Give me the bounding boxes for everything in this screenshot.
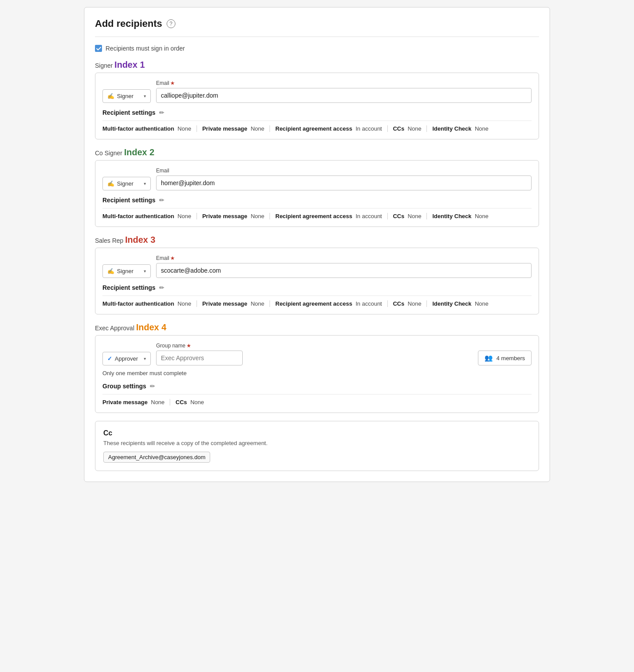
meta-val: None [249, 125, 265, 132]
section-label-index1: Signer Index 1 [95, 60, 539, 70]
help-icon[interactable]: ? [167, 19, 175, 28]
pen-icon: ✍ [107, 268, 114, 274]
role-prefix: Exec Approval [95, 325, 135, 332]
settings-row-index2: Recipient settings ✏ [102, 197, 532, 204]
group-settings-label: Group settings [102, 383, 146, 390]
role-label-wrap: Email ✍ Signer ▾ [102, 169, 151, 190]
role-label-wrap: Email ✍ Signer ▾ [102, 81, 151, 103]
meta-val: None [473, 300, 488, 307]
main-container: Add recipients ? Recipients must sign in… [84, 7, 550, 482]
email-field-wrap-index3: Email★ [156, 255, 532, 278]
meta-key: Multi-factor authentication [102, 125, 174, 132]
group-name-row: Group name ✓ Approver ▾ Group name★ x 👥 … [102, 343, 532, 365]
role-select-index4[interactable]: ✓ Approver ▾ [102, 352, 151, 365]
role-value: Approver [115, 355, 138, 362]
meta-item-2: Recipient agreement access In account [275, 213, 387, 219]
edit-icon[interactable]: ✏ [159, 284, 164, 291]
meta-item-0: Multi-factor authentication None [102, 213, 197, 219]
email-input-index3[interactable] [156, 263, 532, 278]
meta-item-4: Identity Check None [432, 213, 494, 219]
role-prefix: Sales Rep [95, 237, 124, 244]
meta-item-0: Private message None [102, 399, 170, 405]
meta-val: None [406, 213, 422, 219]
email-input-index1[interactable] [156, 88, 532, 103]
members-count-button[interactable]: 👥 4 members [478, 351, 532, 365]
meta-item-2: Recipient agreement access In account [275, 300, 387, 307]
members-button[interactable]: x 👥 4 members [478, 343, 532, 365]
edit-icon[interactable]: ✏ [159, 109, 164, 116]
recipient-block-2: Co Signer Index 2Email ✍ Signer ▾ Email … [95, 147, 539, 227]
meta-item-3: CCs None [393, 125, 427, 132]
email-field-wrap-index1: Email★ [156, 80, 532, 103]
chevron-down-icon: ▾ [144, 181, 146, 186]
role-value: Signer [117, 93, 134, 99]
meta-key: CCs [393, 300, 404, 307]
meta-val: None [406, 300, 422, 307]
recipient-card-index3: Email ✍ Signer ▾ Email★ Recipient settin… [95, 248, 539, 314]
meta-val: None [176, 125, 191, 132]
chevron-down-icon: ▾ [144, 269, 146, 274]
meta-key: Identity Check [432, 213, 471, 219]
meta-val: None [176, 300, 191, 307]
meta-item-0: Multi-factor authentication None [102, 300, 197, 307]
meta-key: Multi-factor authentication [102, 213, 174, 219]
recipient-card-index1: Email ✍ Signer ▾ Email★ Recipient settin… [95, 73, 539, 139]
email-input-index2[interactable] [156, 175, 532, 190]
only-one-message: Only one member must complete [102, 370, 532, 376]
meta-key: Identity Check [432, 300, 471, 307]
meta-item-4: Identity Check None [432, 300, 494, 307]
index-number: Index 4 [136, 322, 166, 332]
meta-val: None [473, 213, 488, 219]
role-select-index2[interactable]: ✍ Signer ▾ [102, 177, 151, 190]
meta-item-1: Private message None [202, 300, 270, 307]
meta-item-1: CCs None [175, 399, 209, 405]
index-number: Index 1 [114, 60, 145, 69]
recipient-block-3: Sales Rep Index 3Email ✍ Signer ▾ Email★… [95, 235, 539, 314]
edit-icon[interactable]: ✏ [150, 383, 155, 390]
group-settings-row: Group settings ✏ [102, 383, 532, 390]
role-select-index3[interactable]: ✍ Signer ▾ [102, 264, 151, 278]
email-row-index1: Email ✍ Signer ▾ Email★ [102, 80, 532, 103]
meta-key: Private message [102, 399, 148, 405]
sign-order-checkbox[interactable] [95, 45, 102, 52]
edit-icon[interactable]: ✏ [159, 197, 164, 204]
meta-key: Private message [202, 300, 248, 307]
meta-item-2: Recipient agreement access In account [275, 125, 387, 132]
cc-email-tag[interactable]: Agreement_Archive@caseyjones.dom [103, 452, 210, 463]
role-select-index1[interactable]: ✍ Signer ▾ [102, 89, 151, 103]
group-meta: Private message NoneCCs None [102, 394, 532, 405]
recipient-block-4: Exec Approval Index 4Group name ✓ Approv… [95, 322, 539, 413]
members-count: 4 members [496, 355, 525, 362]
recipients-container: Signer Index 1Email ✍ Signer ▾ Email★ Re… [95, 60, 539, 413]
role-prefix: Co Signer [95, 150, 122, 157]
meta-key: Recipient agreement access [275, 213, 352, 219]
approver-check-icon: ✓ [107, 355, 112, 362]
recipient-card-index4: Group name ✓ Approver ▾ Group name★ x 👥 … [95, 335, 539, 413]
index-number: Index 2 [124, 147, 154, 157]
cc-title: Cc [103, 429, 531, 437]
members-icon: 👥 [485, 354, 493, 362]
meta-item-3: CCs None [393, 213, 427, 219]
role-value: Signer [117, 180, 134, 187]
sign-order-label: Recipients must sign in order [106, 45, 185, 52]
email-label: Email★ [156, 255, 532, 261]
group-name-input[interactable] [156, 351, 243, 365]
index-number: Index 3 [125, 235, 155, 245]
cc-description: These recipients will receive a copy of … [103, 440, 531, 446]
page-header: Add recipients ? [95, 18, 539, 37]
meta-val: In account [354, 213, 382, 219]
section-label-index2: Co Signer Index 2 [95, 147, 539, 157]
settings-label: Recipient settings [102, 284, 156, 291]
meta-val: None [473, 125, 488, 132]
meta-key: Recipient agreement access [275, 300, 352, 307]
pen-icon: ✍ [107, 93, 114, 99]
meta-val: None [149, 399, 165, 405]
meta-val: None [249, 213, 265, 219]
meta-val: None [189, 399, 204, 405]
sign-order-row[interactable]: Recipients must sign in order [95, 45, 539, 52]
settings-row-index3: Recipient settings ✏ [102, 284, 532, 291]
email-field-wrap-index2: Email [156, 168, 532, 190]
email-label: Email [156, 168, 532, 174]
recipient-block-1: Signer Index 1Email ✍ Signer ▾ Email★ Re… [95, 60, 539, 139]
email-row-index3: Email ✍ Signer ▾ Email★ [102, 255, 532, 278]
